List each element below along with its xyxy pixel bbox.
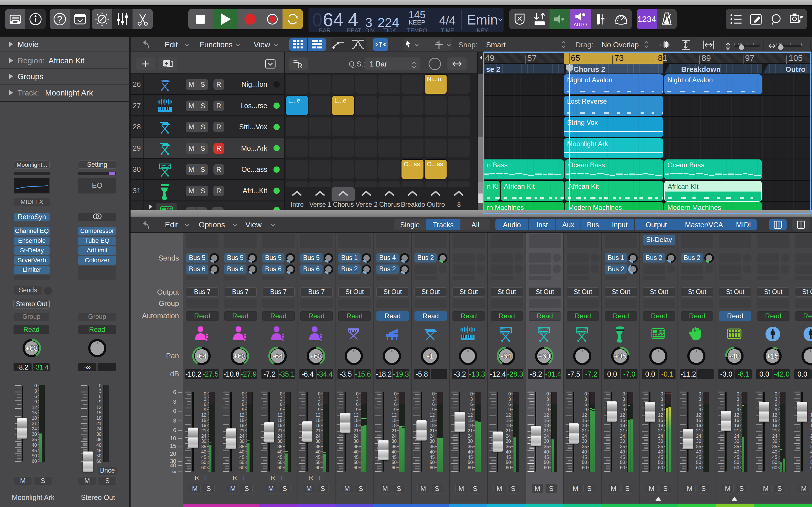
svg-text:-64: -64 bbox=[272, 352, 283, 360]
svg-text:+63: +63 bbox=[234, 352, 246, 360]
svg-text:-64: -64 bbox=[501, 352, 511, 360]
svg-text:-1: -1 bbox=[426, 352, 433, 360]
svg-text:AUTO: AUTO bbox=[574, 22, 587, 27]
svg-text:+15: +15 bbox=[766, 352, 779, 360]
svg-text:-40: -40 bbox=[729, 352, 740, 360]
svg-text:R: R bbox=[297, 62, 302, 69]
svg-text:+63: +63 bbox=[310, 352, 322, 360]
svg-text:+63: +63 bbox=[26, 344, 38, 352]
svg-text:-64: -64 bbox=[196, 352, 207, 360]
svg-text:+35: +35 bbox=[614, 352, 626, 360]
svg-text:+63: +63 bbox=[538, 352, 550, 360]
